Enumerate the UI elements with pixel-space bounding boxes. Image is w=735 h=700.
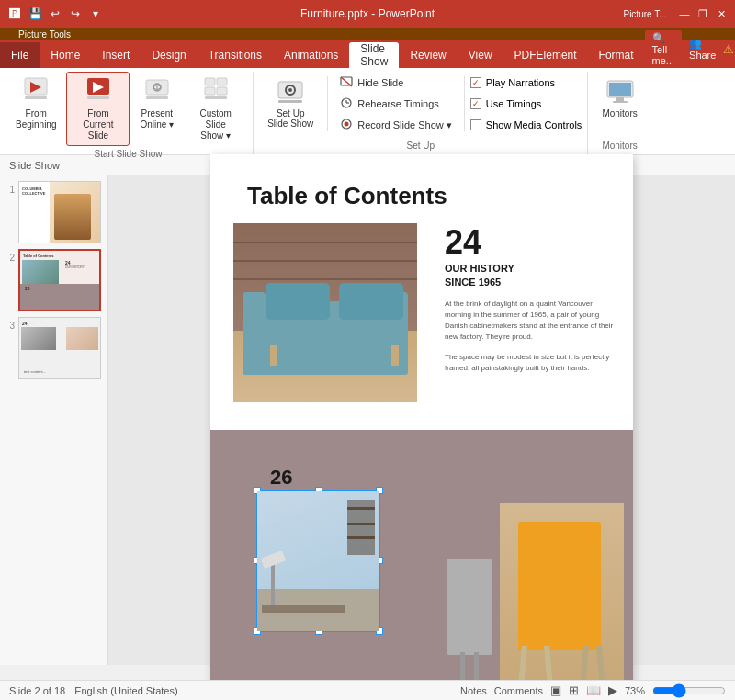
tab-transitions[interactable]: Transitions xyxy=(198,42,273,68)
comments-btn[interactable]: Comments xyxy=(494,685,543,696)
svg-rect-11 xyxy=(217,78,227,85)
slide-number-3: 3 xyxy=(4,321,15,331)
save-icon[interactable]: 💾 xyxy=(28,6,42,21)
use-timings-checkbox[interactable]: ✓ xyxy=(470,98,481,109)
window-controls: Picture T... — ❐ ✕ xyxy=(617,7,728,20)
from-beginning-btn[interactable]: FromBeginning xyxy=(9,72,62,135)
custom-show-label: Custom SlideShow ▾ xyxy=(190,108,241,141)
record-slide-btn[interactable]: Record Slide Show ▾ xyxy=(334,115,458,135)
setup-slideshow-btn[interactable]: Set UpSlide Show xyxy=(259,72,322,135)
hide-slide-btn[interactable]: Hide Slide xyxy=(334,73,458,93)
zoom-level: 73% xyxy=(625,685,645,696)
share-btn[interactable]: 👥 Share xyxy=(689,38,716,61)
slide-thumb-1[interactable]: COLUMBIACOLLECTIVE xyxy=(18,181,101,243)
slide-thumb-1-content: COLUMBIACOLLECTIVE xyxy=(19,182,100,243)
chair2-back xyxy=(447,559,492,614)
show-media-label: Show Media Controls xyxy=(486,119,582,130)
tab-home[interactable]: Home xyxy=(40,42,91,68)
thumb2-bottom: 26 xyxy=(20,284,99,310)
plank2 xyxy=(233,260,417,262)
section-body1: At the brink of daylight on a quaint Van… xyxy=(445,299,615,343)
tab-format[interactable]: Format xyxy=(588,42,645,68)
from-beginning-label: FromBeginning xyxy=(16,108,56,130)
undo-icon[interactable]: ↩ xyxy=(48,6,62,21)
main-area: 1 COLUMBIACOLLECTIVE 2 Table of Contents xyxy=(0,175,735,665)
sofa-arm-left xyxy=(243,292,266,347)
svg-rect-13 xyxy=(217,87,227,95)
notes-btn[interactable]: Notes xyxy=(460,685,487,696)
slide-thumb-3[interactable]: 24 text content... xyxy=(18,317,101,379)
section-subtitle: OUR HISTORYSINCE 1965 xyxy=(445,262,615,290)
svg-point-17 xyxy=(288,88,292,92)
svg-rect-28 xyxy=(616,97,624,101)
subtitle-text: OUR HISTORYSINCE 1965 xyxy=(445,263,514,288)
present-online-label: PresentOnline ▾ xyxy=(140,108,174,130)
maximize-btn[interactable]: ❐ xyxy=(696,7,709,20)
sofa-body xyxy=(243,301,408,375)
thumb2-text: 24 OUR HISTORY xyxy=(65,260,97,274)
customize-icon[interactable]: ▾ xyxy=(88,6,103,21)
thumb3-img2 xyxy=(66,327,98,350)
tab-design[interactable]: Design xyxy=(141,42,197,68)
img-shelf xyxy=(347,500,375,555)
tab-insert[interactable]: Insert xyxy=(91,42,141,68)
monitors-btn[interactable]: Monitors xyxy=(594,72,645,125)
thumb1-chair-shape xyxy=(54,194,91,240)
view-slideshow-icon[interactable]: ▶ xyxy=(608,683,617,697)
picture-tools-label: Picture T... xyxy=(617,7,673,20)
plank3 xyxy=(233,278,417,280)
tab-review[interactable]: Review xyxy=(399,42,457,68)
slide-number-2: 2 xyxy=(4,253,15,263)
view-slide-sorter-icon[interactable]: ⊞ xyxy=(569,683,579,697)
from-beginning-icon xyxy=(23,76,49,106)
show-media-row[interactable]: Show Media Controls xyxy=(470,119,582,130)
redo-icon[interactable]: ↪ xyxy=(68,6,83,21)
sofa-leg2 xyxy=(391,345,399,366)
slide-thumb-2[interactable]: Table of Contents 24 OUR HISTORY 26 xyxy=(18,249,101,311)
record-slide-icon xyxy=(340,119,353,131)
tab-file[interactable]: File xyxy=(0,42,40,68)
record-slide-label: Record Slide Show ▾ xyxy=(357,119,452,131)
from-current-btn[interactable]: FromCurrent Slide xyxy=(66,72,130,146)
custom-show-btn[interactable]: Custom SlideShow ▾ xyxy=(184,72,247,146)
slide-thumb-row-1: 1 COLUMBIACOLLECTIVE xyxy=(4,181,104,243)
ribbon-group-setup: Set UpSlide Show Hide Slide xyxy=(254,72,588,154)
present-online-btn[interactable]: PresentOnline ▾ xyxy=(133,72,180,135)
tell-me-btn[interactable]: 🔍 Tell me... xyxy=(645,30,682,68)
view-reading-icon[interactable]: 📖 xyxy=(586,683,601,697)
shelf-plank3 xyxy=(347,536,375,539)
tab-animations[interactable]: Animations xyxy=(273,42,349,68)
minimize-btn[interactable]: — xyxy=(678,7,691,20)
svg-rect-12 xyxy=(205,87,215,95)
ribbon-col-setup: Hide Slide Rehearse Timings xyxy=(334,72,458,136)
tab-slideshow[interactable]: Slide Show xyxy=(349,42,399,68)
slide-canvas[interactable]: Table of Contents xyxy=(210,154,633,687)
warning-icon: ⚠ xyxy=(723,42,734,56)
sofa-cushion2 xyxy=(339,283,403,320)
close-btn[interactable]: ✕ xyxy=(715,7,728,20)
play-narrations-checkbox[interactable]: ✓ xyxy=(470,77,481,88)
hide-slide-icon xyxy=(340,76,353,89)
show-media-checkbox[interactable] xyxy=(470,119,481,130)
rehearse-timings-icon xyxy=(340,97,353,110)
from-current-icon xyxy=(85,76,111,106)
zoom-slider[interactable] xyxy=(652,683,726,698)
picture-tools-tab: Picture Tools xyxy=(0,28,89,40)
slide-count: Slide 2 of 18 xyxy=(9,685,65,696)
use-timings-row[interactable]: ✓ Use Timings xyxy=(470,98,582,109)
play-narrations-row[interactable]: ✓ Play Narrations xyxy=(470,77,582,88)
view-normal-icon[interactable]: ▣ xyxy=(550,683,561,697)
rehearse-timings-btn[interactable]: Rehearse Timings xyxy=(334,94,458,114)
monitors-group-label: Monitors xyxy=(594,138,645,151)
setup-group-label: Set Up xyxy=(259,138,582,151)
selected-image-frame[interactable] xyxy=(256,490,380,632)
svg-rect-2 xyxy=(25,96,47,99)
tab-view[interactable]: View xyxy=(458,42,503,68)
title-bar-left: 🅿 💾 ↩ ↪ ▾ xyxy=(7,6,103,21)
svg-rect-29 xyxy=(613,101,628,103)
plank1 xyxy=(233,242,417,243)
powerpoint-logo: 🅿 xyxy=(7,6,22,21)
tab-pdfelement[interactable]: PDFElement xyxy=(503,42,588,68)
picture-tools-bar: Picture Tools xyxy=(0,28,735,40)
ribbon: FromBeginning FromCurrent Slide xyxy=(0,68,735,155)
